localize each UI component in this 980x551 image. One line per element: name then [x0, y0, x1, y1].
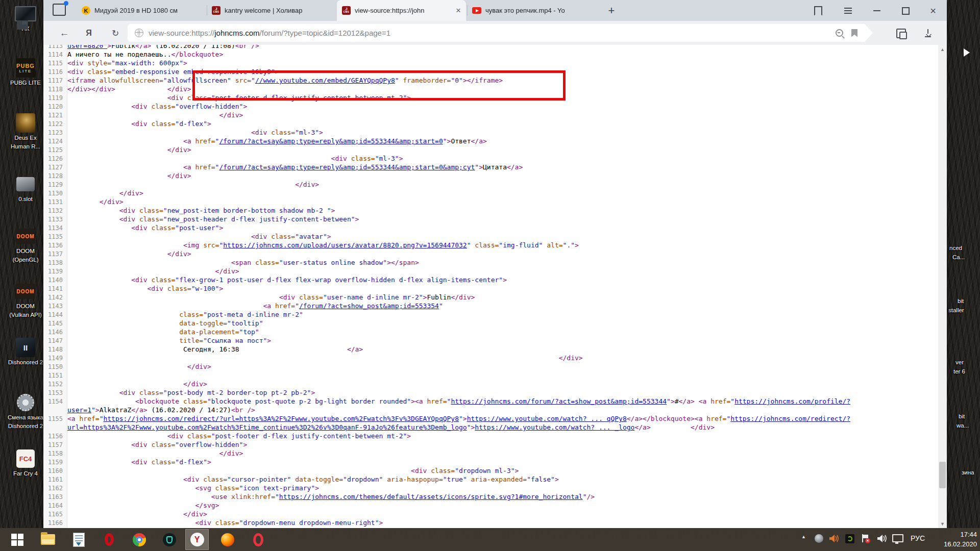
source-code-text: <use xlink:href="https://johncms.com/the… [67, 493, 595, 500]
chrome-icon[interactable] [128, 530, 151, 549]
source-line: 1157 <div class="overflow-hidden"> [43, 440, 947, 449]
tray-app-icon[interactable] [815, 534, 823, 543]
line-number: 1137 [43, 250, 67, 259]
source-link[interactable]: https://johncms.com/redirect/? [730, 415, 850, 422]
minimize-button[interactable] [870, 4, 884, 17]
file-explorer-icon[interactable] [37, 530, 59, 549]
source-line: 1159 <div class="d-flex"> [43, 458, 947, 466]
new-tab-button[interactable]: + [604, 3, 619, 18]
line-number: 1151 [43, 371, 67, 380]
source-link[interactable]: https://www.youtube.com/watch? ... _logo [475, 423, 634, 431]
line-number: 1114 [43, 51, 67, 59]
tab-1[interactable]: KМидуэй 2019 в HD 1080 см [77, 0, 206, 21]
address-bar[interactable]: view-source:https://johncms.com/forum/?t… [128, 24, 873, 42]
source-link[interactable]: /forum/?act=show_post&amp;id=553354 [299, 302, 439, 310]
desktop-icon-language-switch[interactable]: Смена языкаDishonored 2 [4, 392, 47, 431]
tray-speaker-icon[interactable] [877, 534, 887, 543]
source-link[interactable]: user=1 [67, 406, 91, 414]
close-button[interactable]: × [926, 4, 940, 17]
desktop-icon-deus-ex[interactable]: Deus ExHuman R... [4, 112, 47, 151]
source-code-text: <div class="avatar"> [67, 233, 331, 240]
source-link[interactable]: https://johncms.com/forum/?act=show_post… [451, 397, 667, 405]
yandex-browser-icon[interactable]: Y [186, 530, 208, 549]
source-code-text: <div class="post-user"> [67, 224, 223, 232]
source-link[interactable]: /forum/?act=say&amp;type=reply&amp;id=55… [219, 137, 443, 145]
desktop-icon-dishonored2[interactable]: IIDishonored 2 [4, 337, 47, 367]
tab-title: view-source:https://john [355, 7, 453, 14]
tab-2[interactable]: JCMSkantry welcome | Холивар [207, 0, 336, 21]
opera-icon[interactable] [98, 530, 120, 549]
line-number: 1159 [43, 458, 67, 467]
tab-groups-icon[interactable] [53, 4, 66, 16]
menu-icon[interactable] [841, 4, 854, 17]
start-button[interactable] [6, 530, 29, 549]
desktop-icon-label: (Vulkan API) [4, 311, 47, 319]
language-indicator[interactable]: РУС [911, 534, 925, 542]
scroll-up-icon[interactable]: ▲ [938, 45, 947, 54]
clock-date: 16.02.2020 [926, 539, 977, 549]
source-link[interactable]: https://www.youtube.com/watch? ... qQPy8 [467, 415, 627, 422]
antivirus-shield-icon[interactable] [158, 530, 181, 549]
source-link[interactable]: https://johncms.com/redirect/?url=https%… [103, 415, 459, 422]
text-editor-icon[interactable] [67, 530, 90, 549]
firefox-icon[interactable] [216, 530, 239, 549]
tab-4[interactable]: чувак это репчик.mp4 - Yo [467, 0, 596, 21]
line-number: 1147 [43, 337, 67, 345]
browser-toolbar: ← Я ↻ view-source:https://johncms.com/fo… [43, 21, 947, 45]
source-code-text: </div> [67, 172, 191, 180]
source-code-text: <div class="cursor-pointer" data-toggle=… [67, 475, 559, 483]
tray-chevron-icon[interactable]: ▲ [801, 534, 806, 539]
desktop-icon-label: зина [962, 469, 974, 475]
bookmark-icon[interactable] [851, 29, 857, 37]
source-line: 1150 </div> [43, 362, 947, 371]
tray-network-icon[interactable] [892, 534, 903, 542]
desktop-icon-label: wa... [957, 422, 969, 429]
source-code-text: <div class="new_post-header d-flex justi… [67, 215, 359, 223]
yandex-home-button[interactable]: Я [81, 26, 96, 41]
source-link[interactable]: user=8820" [67, 45, 107, 49]
source-link[interactable]: https://johncms.com/themes/default/asset… [279, 493, 583, 500]
scrollbar-thumb[interactable] [939, 462, 946, 488]
desktop-icon-pubg-lite[interactable]: PUBGLITEPUBG LITE [4, 57, 47, 87]
slot-icon [4, 173, 47, 195]
desktop-icon-doom-vulkan[interactable]: DOOMDOOM(Vulkan API) [4, 281, 47, 319]
back-button[interactable]: ← [57, 26, 72, 41]
scroll-down-icon[interactable]: ▼ [938, 519, 947, 528]
tray-volume-mixer-icon[interactable] [829, 534, 839, 543]
line-number: 1160 [43, 467, 67, 475]
maximize-button[interactable] [899, 4, 912, 17]
johncms-icon: JCMS [212, 6, 220, 15]
collections-icon[interactable] [893, 26, 909, 41]
source-line: 1155<a href="https://johncms.com/redirec… [43, 414, 947, 423]
tray-flag-alert-icon[interactable]: ✕ [862, 534, 869, 542]
desktop-icon-doom-opengl[interactable]: DOOMDOOM(OpenGL) [4, 226, 47, 264]
download-icon[interactable] [920, 26, 936, 41]
vertical-scrollbar[interactable]: ▲ ▼ [938, 45, 947, 528]
desktop-icon-label: 0.slot [4, 195, 47, 204]
reload-button[interactable]: ↻ [108, 26, 123, 41]
source-link[interactable]: https://johncms.com/upload/users/avatar/… [223, 241, 467, 249]
source-line: 1142 <div class="user-name d-inline mr-2… [43, 293, 947, 302]
zoom-out-icon[interactable] [836, 29, 843, 37]
desktop-icon-my-computer[interactable]: ПК [4, 3, 47, 33]
bookmarks-panel-icon[interactable] [812, 4, 825, 17]
source-link[interactable]: /forum/?act=say&amp;type=reply&amp;id=55… [219, 163, 475, 171]
source-code-text: class="post-meta d-inline mr-2" [67, 311, 303, 318]
line-number: 1152 [43, 380, 67, 389]
opera-beta-icon[interactable] [247, 530, 270, 549]
source-link[interactable]: https://johncms.com/profile/? [734, 397, 850, 405]
desktop-icon-farcry4[interactable]: FC4Far Cry 4 [4, 448, 47, 478]
source-line: 1131 </div> [43, 197, 947, 206]
tab-3[interactable]: JCMSview-source:https://john× [337, 0, 466, 21]
source-code-text: user=8820">Fublik</a> (16.02.2020 / 11:0… [67, 45, 259, 49]
source-code-text: data-placement="top" [67, 328, 259, 336]
source-line: 1163 <use xlink:href="https://johncms.co… [43, 492, 947, 501]
tab-close-icon[interactable]: × [456, 6, 461, 15]
desktop-icon-slot[interactable]: 0.slot [4, 173, 47, 204]
source-link[interactable]: url=https%3A%2F%2Fwww.youtube.com%2Fwatc… [67, 423, 467, 431]
taskbar: Y ▲ ✕ РУС 17:44 16.02.2020 [0, 528, 980, 551]
source-line: 1161 <div class="cursor-pointer" data-to… [43, 475, 947, 484]
tray-nvidia-icon[interactable] [845, 534, 854, 543]
taskbar-clock[interactable]: 17:44 16.02.2020 [926, 530, 977, 549]
source-code-text: </div> [67, 267, 239, 275]
